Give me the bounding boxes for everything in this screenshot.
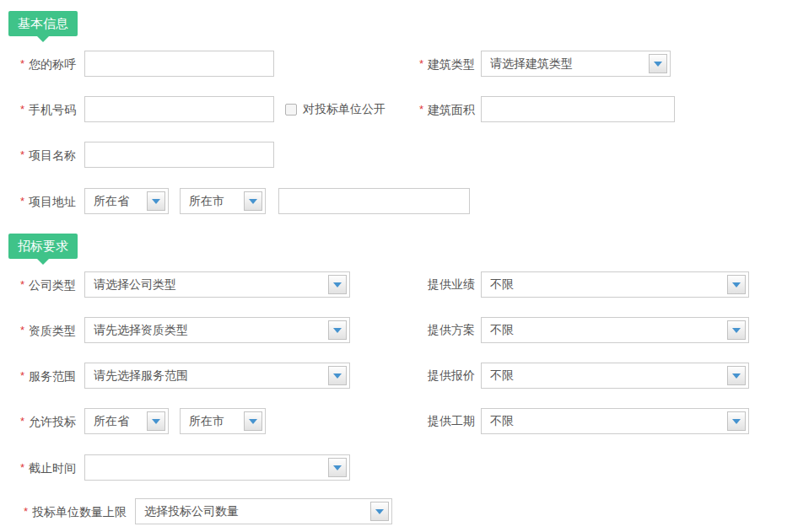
chevron-down-icon	[152, 199, 160, 204]
project-address-detail-input[interactable]	[278, 188, 470, 214]
chevron-down-icon	[732, 373, 741, 379]
required-marker: *	[20, 278, 24, 291]
combobox-placeholder: 请先选择服务范围	[94, 363, 322, 388]
project-city-combobox[interactable]: 所在市	[180, 188, 266, 214]
field-label-quote: 提供报价	[396, 363, 475, 389]
combobox-value: 不限	[490, 272, 721, 297]
combobox-placeholder: 请选择建筑类型	[490, 51, 643, 76]
building-area-input[interactable]	[481, 96, 675, 122]
chevron-down-icon	[333, 465, 342, 470]
allow-bidding-province-combobox[interactable]: 所在省	[84, 408, 169, 434]
field-label-project-name: *项目名称	[0, 142, 76, 168]
section-header-basic-info: 基本信息	[8, 11, 78, 36]
building-type-dropdown-button[interactable]	[649, 54, 667, 73]
duration-combobox[interactable]: 不限	[481, 408, 749, 434]
field-label-max-bidders: *投标单位数量上限	[0, 498, 127, 524]
field-label-qualification-type: *资质类型	[0, 317, 76, 343]
deadline-dropdown-button[interactable]	[328, 458, 347, 477]
field-label-deadline: *截止时间	[0, 454, 76, 481]
service-scope-dropdown-button[interactable]	[328, 366, 347, 385]
combobox-value: 不限	[490, 318, 721, 342]
allow-bidding-province-dropdown-button[interactable]	[147, 411, 165, 431]
public-to-bidders-label: 对投标单位公开	[303, 96, 386, 122]
field-label-service-scope: *服务范围	[0, 363, 76, 389]
chevron-down-icon	[333, 282, 342, 287]
combobox-value: 所在省	[94, 189, 141, 213]
chevron-down-icon	[732, 419, 741, 424]
combobox-value	[94, 455, 322, 480]
chevron-down-icon	[375, 509, 384, 514]
duration-dropdown-button[interactable]	[727, 411, 746, 431]
required-marker: *	[20, 415, 24, 427]
company-type-dropdown-button[interactable]	[328, 275, 347, 294]
field-label-your-name: *您的称呼	[0, 51, 76, 77]
chevron-down-icon	[249, 199, 257, 204]
section-title: 基本信息	[18, 16, 68, 30]
field-label-company-type: *公司类型	[0, 271, 76, 298]
allow-bidding-city-dropdown-button[interactable]	[244, 411, 262, 431]
required-marker: *	[20, 461, 24, 474]
field-label-plan: 提供方案	[396, 317, 475, 343]
qualification-type-combobox[interactable]: 请先选择资质类型	[84, 317, 350, 343]
required-marker: *	[24, 505, 28, 518]
combobox-value: 所在市	[189, 189, 238, 213]
required-marker: *	[20, 57, 24, 70]
chevron-down-icon	[654, 62, 662, 67]
required-marker: *	[20, 195, 24, 207]
project-city-dropdown-button[interactable]	[244, 191, 262, 211]
project-province-combobox[interactable]: 所在省	[84, 188, 169, 214]
chevron-down-icon	[333, 373, 342, 379]
mobile-input[interactable]	[84, 96, 274, 122]
combobox-value: 所在省	[94, 409, 141, 433]
chevron-down-icon	[732, 282, 741, 287]
service-scope-combobox[interactable]: 请先选择服务范围	[84, 363, 350, 389]
section-header-bidding-requirements: 招标要求	[8, 234, 78, 259]
quote-dropdown-button[interactable]	[727, 366, 746, 385]
section-title: 招标要求	[18, 239, 68, 253]
building-type-combobox[interactable]: 请选择建筑类型	[481, 51, 671, 77]
plan-combobox[interactable]: 不限	[481, 317, 749, 343]
chevron-down-icon	[333, 328, 342, 333]
required-marker: *	[20, 369, 24, 382]
field-label-project-address: *项目地址	[0, 188, 76, 214]
combobox-placeholder: 选择投标公司数量	[144, 499, 364, 524]
performance-combobox[interactable]: 不限	[481, 271, 749, 298]
max-bidders-dropdown-button[interactable]	[370, 502, 389, 521]
required-marker: *	[20, 148, 24, 161]
chevron-down-icon	[152, 419, 160, 424]
combobox-value: 不限	[490, 409, 721, 433]
combobox-value: 所在市	[189, 409, 238, 433]
performance-dropdown-button[interactable]	[727, 275, 746, 294]
field-label-mobile: *手机号码	[0, 96, 76, 122]
company-type-combobox[interactable]: 请选择公司类型	[84, 271, 350, 298]
field-label-building-type: *建筑类型	[396, 51, 475, 77]
combobox-value: 不限	[490, 363, 721, 388]
project-province-dropdown-button[interactable]	[147, 191, 165, 211]
quote-combobox[interactable]: 不限	[481, 363, 749, 389]
your-name-input[interactable]	[84, 51, 274, 77]
allow-bidding-city-combobox[interactable]: 所在市	[180, 408, 266, 434]
deadline-combobox[interactable]	[84, 454, 350, 481]
required-marker: *	[419, 103, 423, 116]
project-name-input[interactable]	[84, 142, 274, 168]
public-to-bidders-checkbox[interactable]	[285, 104, 297, 116]
max-bidders-combobox[interactable]: 选择投标公司数量	[135, 498, 392, 524]
qualification-type-dropdown-button[interactable]	[328, 320, 347, 340]
chevron-down-icon	[249, 419, 257, 424]
required-marker: *	[20, 324, 24, 336]
field-label-performance: 提供业绩	[396, 271, 475, 298]
tender-form-page: 基本信息 *您的称呼 *建筑类型 请选择建筑类型 *手机号码 对投标单位公开 *…	[0, 0, 798, 532]
required-marker: *	[419, 57, 423, 70]
plan-dropdown-button[interactable]	[727, 320, 746, 340]
field-label-allow-bidding: *允许投标	[0, 408, 76, 434]
chevron-down-icon	[732, 328, 741, 333]
field-label-duration: 提供工期	[396, 408, 475, 434]
combobox-placeholder: 请先选择资质类型	[94, 318, 322, 342]
combobox-placeholder: 请选择公司类型	[94, 272, 322, 297]
required-marker: *	[20, 103, 24, 116]
field-label-building-area: *建筑面积	[396, 96, 475, 122]
